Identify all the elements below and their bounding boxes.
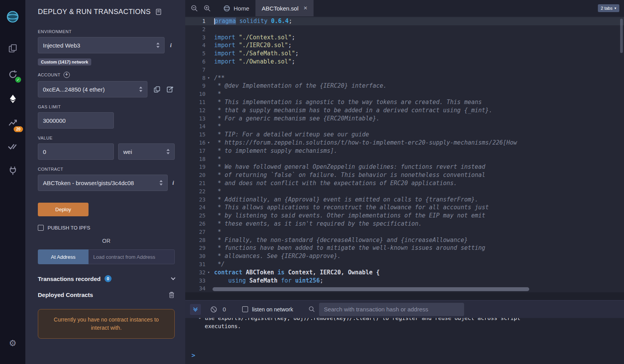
code-line[interactable]: 28 * Finally, the non-standard {decrease… — [185, 236, 624, 244]
fold-gutter — [206, 90, 212, 98]
fold-arrow-icon[interactable]: ▾ — [206, 139, 212, 147]
code-line[interactable]: 20 * of returning `false` on failure. Th… — [185, 171, 624, 179]
value-unit-select[interactable]: wei — [118, 143, 175, 160]
tab-abctoken[interactable]: ABCToken.sol × — [255, 0, 314, 16]
publish-ipfs-checkbox[interactable] — [38, 225, 44, 231]
copy-account-icon[interactable] — [154, 86, 160, 93]
code-line[interactable]: 4import "./IERC20.sol"; — [185, 41, 624, 49]
fold-gutter — [206, 131, 212, 139]
value-input[interactable] — [38, 143, 114, 160]
environment-info-icon[interactable]: i — [170, 42, 172, 49]
transactions-count-badge: 0 — [105, 275, 112, 282]
code-line[interactable]: 16▾ * https://forum.zeppelin.solutions/t… — [185, 139, 624, 147]
fold-arrow-icon[interactable]: ▾ — [206, 269, 212, 277]
fold-gutter — [206, 25, 212, 34]
analysis-icon[interactable]: 20 — [5, 115, 20, 130]
account-select[interactable]: 0xcEA...24850 (4 ether) — [38, 81, 147, 97]
code-line[interactable]: 9 * @dev Implementation of the {IERC20} … — [185, 82, 624, 90]
deployed-contracts-label: Deployed Contracts — [38, 292, 93, 298]
terminal-expand-icon[interactable] — [190, 304, 201, 315]
at-address-input[interactable] — [89, 249, 175, 264]
editor-horizontal-scrollbar[interactable] — [213, 287, 529, 291]
code-line[interactable]: 12 * that a supply mechanism has to be a… — [185, 106, 624, 115]
remix-logo-icon[interactable] — [5, 9, 20, 24]
value-unit: wei — [123, 148, 163, 155]
docs-icon[interactable] — [155, 9, 162, 15]
zoom-in-icon[interactable] — [204, 5, 211, 12]
code-line[interactable]: 13 * For a generic mechanism see {ERC20M… — [185, 115, 624, 123]
fold-gutter — [206, 220, 212, 228]
code-line[interactable]: 6import "./Ownable.sol"; — [185, 58, 624, 66]
tabs-count-label: 2 tabs — [601, 6, 613, 11]
code-editor[interactable]: 1pragma solidity 0.6.4;23import "./Conte… — [185, 16, 624, 292]
code-line[interactable]: 18 * — [185, 155, 624, 163]
code-line[interactable]: 33 using SafeMath for uint256; — [185, 277, 624, 285]
code-line[interactable]: 7 — [185, 66, 624, 74]
unit-testing-icon[interactable] — [5, 139, 20, 154]
zoom-out-icon[interactable] — [191, 5, 198, 12]
code-line[interactable]: 3import "./Context.sol"; — [185, 34, 624, 42]
code-line[interactable]: 31 */ — [185, 260, 624, 269]
settings-gear-icon[interactable]: ⚙ — [5, 336, 20, 350]
contract-value: ABCToken - browser/gists/3c4dc08 — [43, 180, 156, 186]
fold-gutter — [206, 66, 212, 74]
tab-home[interactable]: Home — [217, 0, 255, 16]
tab-bar: Home ABCToken.sol × 2 tabs ▾ — [185, 0, 624, 16]
code-line[interactable]: 19 * We have followed general OpenZeppel… — [185, 163, 624, 171]
code-line[interactable]: 21 * and does not conflict with the expe… — [185, 179, 624, 187]
add-account-icon[interactable]: + — [64, 72, 70, 78]
code-line[interactable]: 2 — [185, 25, 624, 34]
code-line[interactable]: 1pragma solidity 0.6.4; — [185, 17, 624, 25]
code-line[interactable]: 25 * by listening to said events. Other … — [185, 212, 624, 220]
code-line[interactable]: 29 * functions have been added to mitiga… — [185, 244, 624, 252]
fold-arrow-icon[interactable]: ▾ — [206, 74, 212, 82]
code-line[interactable]: 11 * This implementation is agnostic to … — [185, 98, 624, 106]
contract-select[interactable]: ABCToken - browser/gists/3c4dc08 — [38, 175, 168, 191]
fold-gutter — [206, 212, 212, 220]
code-line[interactable]: 5import "./SafeMath.sol"; — [185, 49, 624, 58]
gas-limit-input[interactable] — [38, 112, 114, 129]
at-address-button[interactable]: At Address — [38, 249, 89, 264]
terminal-log-area[interactable]: • use exports/.register(key, obj)/.remov… — [185, 318, 624, 352]
code-line[interactable]: 8▾/** — [185, 74, 624, 82]
code-line[interactable]: 23 * Additionally, an {Approval} event i… — [185, 196, 624, 204]
network-badge: Custom (1417) network — [38, 58, 91, 65]
editor-vertical-scrollbar[interactable] — [620, 19, 623, 53]
fold-gutter — [206, 155, 212, 163]
empty-instances-notice: Currently you have no contract instances… — [38, 309, 175, 339]
code-line[interactable]: 10 * — [185, 90, 624, 98]
clear-console-icon[interactable] — [210, 306, 217, 313]
close-tab-icon[interactable]: × — [303, 4, 307, 12]
fold-gutter — [206, 115, 212, 123]
code-line[interactable]: 22 * — [185, 187, 624, 196]
deploy-run-icon[interactable] — [5, 92, 20, 106]
code-line[interactable]: 26 * these events, as it isn't required … — [185, 220, 624, 228]
tabs-count-dropdown[interactable]: 2 tabs ▾ — [598, 4, 620, 12]
fold-gutter — [206, 236, 212, 244]
fold-gutter — [206, 34, 212, 42]
trash-icon[interactable] — [168, 292, 175, 298]
code-line[interactable]: 30 * allowances. See {IERC20-approve}. — [185, 252, 624, 260]
plugin-manager-icon[interactable] — [5, 163, 20, 178]
code-line[interactable]: 24 * This allows applications to reconst… — [185, 203, 624, 212]
environment-select[interactable]: Injected Web3 — [38, 37, 165, 53]
at-address-group: At Address — [38, 249, 175, 264]
fold-gutter — [206, 49, 212, 58]
icon-sidebar: ✓ 20 — [0, 0, 25, 364]
solidity-compiler-icon[interactable]: ✓ — [5, 67, 20, 81]
code-line[interactable]: 32▾contract ABCToken is Context, IERC20,… — [185, 269, 624, 277]
contract-info-icon[interactable]: i — [172, 180, 174, 186]
code-line[interactable]: 15 * TIP: For a detailed writeup see our… — [185, 131, 624, 139]
transactions-recorded-row[interactable]: Transactions recorded 0 — [38, 275, 175, 282]
chevron-down-icon[interactable] — [171, 276, 175, 280]
code-line[interactable]: 17 * to implement supply mechanisms]. — [185, 147, 624, 155]
deploy-button[interactable]: Deploy — [38, 203, 89, 216]
code-line[interactable]: 27 * — [185, 228, 624, 236]
file-explorer-icon[interactable] — [5, 41, 20, 55]
sign-message-icon[interactable] — [167, 86, 174, 93]
terminal-prompt[interactable]: > — [185, 352, 624, 364]
listen-on-network-checkbox[interactable] — [242, 306, 248, 312]
fold-gutter — [206, 82, 212, 90]
code-line[interactable]: 14 * — [185, 122, 624, 131]
terminal-search-input[interactable] — [319, 303, 464, 316]
